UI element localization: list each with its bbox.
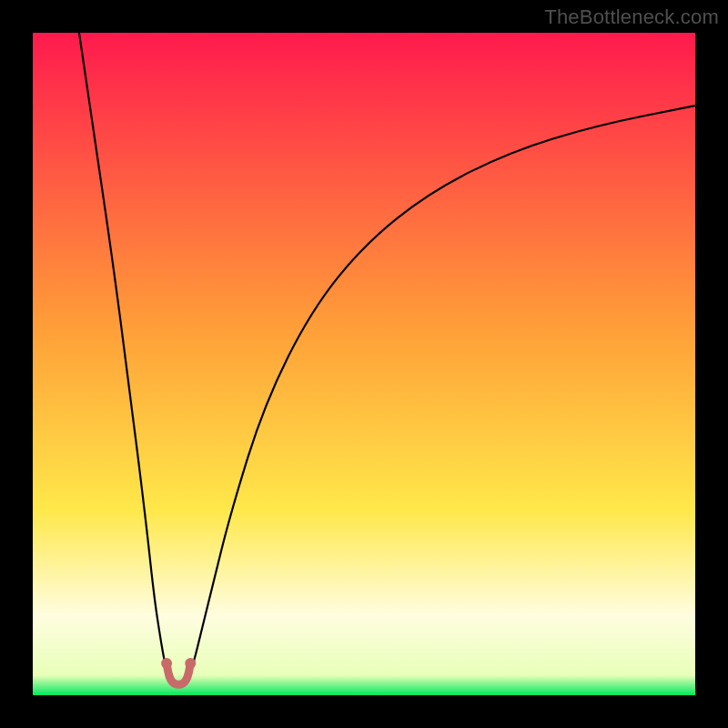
chart-svg — [33, 33, 695, 695]
watermark-text: TheBottleneck.com — [544, 5, 719, 29]
valley-marker-dot — [185, 658, 196, 669]
svg-rect-0 — [33, 33, 695, 695]
chart-frame: TheBottleneck.com — [0, 0, 728, 728]
plot-area — [33, 33, 695, 695]
valley-marker-dot — [161, 658, 172, 669]
